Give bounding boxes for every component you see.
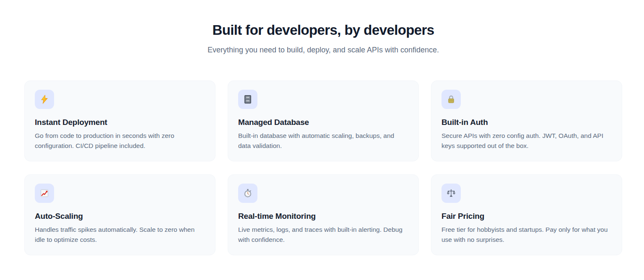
- feature-description: Handles traffic spikes automatically. Sc…: [35, 225, 205, 245]
- icon-tile: [35, 90, 54, 109]
- lock-icon: [446, 94, 456, 104]
- balance-scale-icon: [446, 188, 456, 198]
- icon-tile: [441, 90, 461, 109]
- feature-description: Free tier for hobbyists and startups. Pa…: [441, 225, 612, 245]
- feature-description: Go from code to production in seconds wi…: [35, 131, 205, 151]
- stopwatch-icon: [243, 188, 253, 198]
- feature-card-real-time-monitoring: Real-time Monitoring Live metrics, logs,…: [228, 174, 419, 255]
- icon-tile: [238, 184, 257, 203]
- zap-icon: [39, 94, 49, 104]
- feature-description: Built-in database with automatic scaling…: [238, 131, 408, 151]
- icon-tile: [441, 184, 461, 203]
- feature-card-auto-scaling: Auto-Scaling Handles traffic spikes auto…: [24, 174, 216, 255]
- feature-card-instant-deployment: Instant Deployment Go from code to produ…: [24, 80, 216, 161]
- icon-tile: [35, 184, 54, 203]
- page-title: Built for developers, by developers: [24, 22, 622, 39]
- feature-title: Instant Deployment: [35, 118, 205, 127]
- feature-card-built-in-auth: Built-in Auth Secure APIs with zero conf…: [431, 80, 622, 161]
- feature-card-managed-database: Managed Database Built-in database with …: [228, 80, 419, 161]
- features-grid: Instant Deployment Go from code to produ…: [24, 80, 622, 255]
- features-section: Built for developers, by developers Ever…: [0, 0, 644, 272]
- feature-card-fair-pricing: Fair Pricing Free tier for hobbyists and…: [431, 174, 622, 255]
- feature-description: Live metrics, logs, and traces with buil…: [238, 225, 408, 245]
- chart-increasing-icon: [39, 188, 49, 198]
- feature-title: Managed Database: [238, 118, 408, 127]
- feature-title: Built-in Auth: [441, 118, 612, 127]
- section-header: Built for developers, by developers Ever…: [24, 22, 622, 55]
- file-cabinet-icon: [243, 94, 253, 104]
- feature-title: Auto-Scaling: [35, 212, 205, 221]
- page-subtitle: Everything you need to build, deploy, an…: [24, 45, 622, 55]
- feature-description: Secure APIs with zero config auth. JWT, …: [441, 131, 612, 151]
- feature-title: Real-time Monitoring: [238, 212, 408, 221]
- feature-title: Fair Pricing: [441, 212, 612, 221]
- icon-tile: [238, 90, 257, 109]
